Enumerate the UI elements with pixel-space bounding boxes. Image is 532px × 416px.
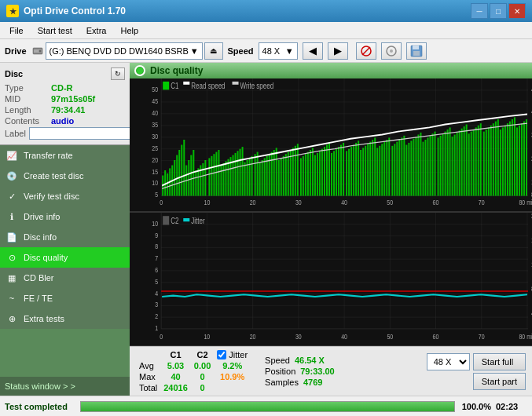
sidebar-item-create-test-disc[interactable]: 💿 Create test disc (0, 166, 130, 186)
disc-erase-button[interactable] (356, 42, 376, 60)
speed-stat-label: Speed (265, 356, 290, 365)
start-full-button[interactable]: Start full (473, 353, 526, 370)
svg-rect-138 (360, 150, 361, 196)
eject-button[interactable]: ⏏ (204, 42, 223, 60)
svg-text:15: 15 (152, 168, 158, 176)
svg-text:70: 70 (479, 199, 485, 206)
svg-rect-156 (403, 136, 405, 196)
disc-refresh-button[interactable]: ↻ (111, 68, 125, 80)
disc-length-value: 79:34.41 (51, 105, 85, 115)
svg-rect-151 (391, 146, 393, 196)
stats-c2-header: C2 (191, 349, 214, 360)
disc-label-input[interactable] (29, 127, 130, 140)
svg-text:10: 10 (152, 219, 158, 228)
total-c1: 24016 (160, 382, 191, 393)
svg-rect-93 (251, 156, 253, 196)
next-speed-button[interactable]: ▶ (328, 42, 348, 60)
sidebar-item-disc-info[interactable]: 📄 Disc info (0, 227, 130, 247)
svg-rect-143 (372, 140, 373, 196)
svg-rect-210 (183, 82, 189, 85)
svg-rect-104 (278, 160, 280, 196)
svg-rect-97 (262, 160, 263, 196)
sidebar-item-fe-te[interactable]: ~ FE / TE (0, 288, 130, 308)
svg-rect-125 (328, 143, 330, 196)
start-part-button[interactable]: Start part (473, 373, 526, 390)
svg-rect-164 (422, 142, 424, 196)
svg-rect-116 (307, 152, 309, 196)
svg-rect-173 (445, 132, 446, 196)
jitter-check[interactable]: Jitter (217, 350, 248, 359)
svg-rect-127 (333, 151, 335, 195)
sidebar-item-cd-bler[interactable]: ▦ CD Bler (0, 268, 130, 288)
main-panel: Disc quality (130, 63, 532, 396)
svg-rect-106 (283, 156, 284, 196)
menu-help[interactable]: Help (114, 23, 145, 38)
svg-rect-135 (353, 145, 354, 196)
minimize-button[interactable]: ─ (471, 3, 488, 19)
menu-extra[interactable]: Extra (80, 23, 113, 38)
svg-rect-206 (523, 122, 525, 196)
svg-point-2 (39, 49, 41, 52)
svg-rect-171 (440, 136, 442, 196)
disc-type-value: CD-R (51, 83, 73, 93)
svg-rect-71 (197, 168, 199, 195)
svg-rect-168 (432, 133, 434, 195)
sidebar-item-verify-test-disc[interactable]: ✓ Verify test disc (0, 186, 130, 206)
sidebar-item-extra-tests-label: Extra tests (24, 314, 64, 323)
svg-rect-102 (273, 150, 275, 196)
svg-rect-105 (281, 158, 282, 195)
svg-rect-58 (167, 173, 168, 196)
sidebar-item-extra-tests[interactable]: ⊕ Extra tests (0, 308, 130, 329)
svg-rect-112 (297, 144, 299, 195)
svg-rect-61 (174, 160, 175, 196)
svg-rect-162 (417, 135, 419, 196)
disc-panel: Disc ↻ Type CD-R MID 97m15s05f Length 79… (0, 63, 130, 145)
menu-file[interactable]: File (3, 23, 30, 38)
close-button[interactable]: ✕ (508, 3, 526, 19)
svg-rect-261 (183, 218, 189, 221)
svg-rect-179 (459, 130, 460, 195)
svg-rect-65 (183, 140, 185, 196)
status-window-button[interactable]: Status window > > (0, 377, 130, 396)
svg-rect-63 (178, 150, 180, 196)
maximize-button[interactable]: □ (490, 3, 507, 19)
svg-text:0: 0 (160, 199, 163, 206)
svg-rect-114 (303, 156, 304, 196)
jitter-checkbox[interactable] (217, 350, 226, 359)
svg-rect-101 (271, 152, 273, 196)
disc-burn-button[interactable] (381, 42, 402, 60)
sidebar: Disc ↻ Type CD-R MID 97m15s05f Length 79… (0, 63, 130, 396)
svg-text:30: 30 (295, 199, 302, 206)
menu-start-test[interactable]: Start test (31, 23, 79, 38)
verify-test-disc-icon: ✓ (6, 191, 17, 202)
svg-rect-130 (340, 145, 342, 196)
svg-rect-214 (130, 213, 532, 345)
svg-text:10: 10 (152, 180, 158, 188)
svg-rect-107 (285, 154, 287, 195)
drive-dropdown[interactable]: (G:) BENQ DVD DD DW1640 BSRB ▼ (46, 42, 203, 60)
sidebar-item-disc-info-label: Disc info (24, 232, 57, 242)
sidebar-item-disc-quality[interactable]: ⊙ Disc quality (0, 247, 130, 268)
sidebar-item-transfer-rate[interactable]: 📈 Transfer rate (0, 145, 130, 166)
svg-text:C1: C1 (171, 82, 178, 90)
svg-rect-197 (502, 127, 504, 195)
svg-rect-82 (225, 161, 226, 195)
total-jitter (214, 382, 251, 393)
speed-dropdown[interactable]: 48 X ▼ (259, 42, 298, 60)
prev-speed-button[interactable]: ◀ (303, 42, 323, 60)
c2-chart-svg: 10 9 8 7 6 5 4 3 2 1 0 10 20 30 40 50 (130, 213, 532, 345)
save-button[interactable] (406, 42, 427, 60)
disc-title: Disc (5, 69, 23, 78)
svg-text:50: 50 (152, 86, 158, 93)
speed-select[interactable]: 48 X (427, 353, 470, 370)
svg-text:C2: C2 (171, 216, 178, 226)
svg-rect-159 (410, 140, 412, 195)
svg-text:Read speed: Read speed (191, 82, 225, 90)
sidebar-item-drive-info-label: Drive info (24, 212, 60, 221)
speed-stat-value: 46.54 X (295, 356, 325, 365)
total-c2: 0 (191, 382, 214, 393)
avg-c1: 5.03 (160, 360, 191, 371)
sidebar-item-drive-info[interactable]: ℹ Drive info (0, 206, 130, 227)
svg-text:10: 10 (204, 331, 210, 341)
svg-rect-202 (514, 117, 515, 195)
